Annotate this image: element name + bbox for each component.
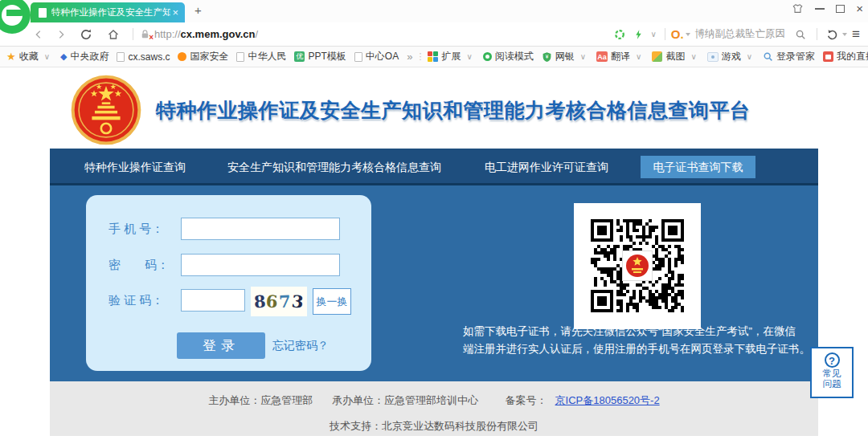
password-label: 密 码： [108,258,181,273]
question-icon: ? [825,352,840,368]
bookmark-prc[interactable]: 中华人民 [236,50,286,63]
close-window-button[interactable]: × [856,4,863,14]
insecure-lock-icon[interactable]: × [139,28,151,40]
chevron-down-icon[interactable]: ∨ [650,30,656,39]
page-icon [39,8,47,18]
page-icon [354,52,362,62]
phone-label: 手 机 号： [108,222,181,237]
translate-button[interactable]: Aa 翻译 ∨ [596,50,644,63]
ppt-icon: 优 [294,51,305,62]
my-livestream-button[interactable]: 我的直播 [823,50,868,63]
bookmark-cx-saws[interactable]: cx.saws.c [117,51,170,63]
main-panel: 特种作业操作证查询 安全生产知识和管理能力考核合格信息查询 电工进网作业许可证查… [50,149,818,381]
footer-support: 技术支持：北京竞业达数码科技股份有限公司 [50,408,818,434]
restore-tab-icon[interactable] [826,28,839,41]
footer-host: 主办单位：应急管理部 [208,394,313,406]
bookmarks-overflow-icon[interactable]: » [407,51,412,63]
extensions-icon [428,51,438,62]
restore-tab-caret-icon[interactable] [842,33,847,36]
chevron-down-icon: ∨ [580,52,586,61]
password-input[interactable] [181,254,340,276]
chevron-down-icon: ∨ [636,52,641,61]
browser-tab-strip: 特种作业操作证及安全生产知识 × + × [0,0,868,22]
search-engine-logo[interactable]: O. [671,27,684,41]
page-title: 特种作业操作证及安全生产知识和管理能力考核合格信息查询平台 [156,97,751,124]
faq-button[interactable]: ? 常见 问题 [810,347,854,398]
skin-icon[interactable] [792,3,804,14]
magnifier-icon [763,51,773,62]
site-footer: 主办单位：应急管理部 承办单位：应急管理部培训中心 备案号：京ICP备18056… [50,381,818,436]
star-icon: ★ [6,51,16,63]
bookmark-ppt-template[interactable]: 优 PPT模板 [294,50,346,63]
tab-safety-knowledge-query[interactable]: 安全生产知识和管理能力考核合格信息查询 [219,156,449,178]
games-button[interactable]: 游戏 ∨ [707,50,755,63]
reading-mode-button[interactable]: 阅读模式 [483,50,534,63]
address-bar: × http://cx.mem.gov.cn/ ∨ O. 博纳副总裁坠亡原因 ≡ [0,22,868,47]
speed-bolt-icon[interactable] [633,29,644,40]
diamond-icon: ◆ [60,51,67,62]
shield-icon: ¥ [542,51,552,63]
extensions-button[interactable]: 扩展 ∨ [428,50,474,63]
bookmark-central-gov[interactable]: ◆ 中央政府 [60,50,108,63]
menu-icon[interactable]: ≡ [852,26,860,43]
browser-tab[interactable]: 特种作业操作证及安全生产知识 × [31,2,185,22]
beian-link[interactable]: 京ICP备18056520号-2 [555,394,660,406]
chevron-down-icon: ∨ [747,52,752,61]
minimize-button[interactable] [815,8,825,10]
tab-close-icon[interactable]: × [170,6,180,18]
orange-circle-icon [178,52,186,61]
svg-text:¥: ¥ [545,54,548,59]
chevron-down-icon: ∨ [690,52,696,61]
footer-beian: 备案号：京ICP备18056520号-2 [497,394,660,406]
bookmark-center-oa[interactable]: 中心OA [354,50,399,63]
login-manager-button[interactable]: 登录管家 [763,50,815,63]
chevron-down-icon: ∨ [466,52,472,61]
browser-window: 特种作业操作证及安全生产知识 × + × × http://cx.mem.gov… [0,0,868,448]
back-icon[interactable] [33,29,44,40]
search-engine-caret-icon[interactable] [686,33,690,36]
captcha-label: 验 证 码： [108,293,181,308]
search-input[interactable]: 博纳副总裁坠亡原因 [695,27,786,41]
games-icon [707,52,719,62]
tab-electrician-permit-query[interactable]: 电工进网作业许可证查询 [477,156,616,178]
ad-filter-icon[interactable] [614,29,625,40]
phone-input[interactable] [181,218,340,240]
tab-title: 特种作业操作证及安全生产知识 [51,6,170,18]
faq-label: 常见 问题 [812,369,852,389]
search-icon[interactable] [795,29,806,40]
livestream-icon [823,51,833,62]
page-icon [236,52,244,62]
forgot-password-link[interactable]: 忘记密码？ [272,339,329,353]
maximize-button[interactable] [836,5,845,13]
captcha-input[interactable] [181,289,245,312]
site-nav: 特种作业操作证查询 安全生产知识和管理能力考核合格信息查询 电工进网作业许可证查… [50,149,818,185]
screenshot-button[interactable]: 截图 ∨ [652,50,698,63]
chevron-down-icon: ∨ [44,52,50,61]
home-icon[interactable] [107,28,120,41]
toolbar-divider-icon: ⋮ [416,51,424,62]
reading-mode-icon [483,52,492,61]
bookmarks-bar: ★ 收藏 ∨ ◆ 中央政府 cx.saws.c 国家安全 中华人民 优 PPT模… [0,47,868,67]
window-controls: × [792,3,863,14]
screenshot-icon [652,51,662,62]
translate-icon: Aa [596,51,608,62]
forward-icon[interactable] [55,29,67,40]
favorites-button[interactable]: ★ 收藏 ∨ [6,50,52,63]
login-button[interactable]: 登录 [177,332,265,359]
captcha-image[interactable]: 8673 [251,287,307,316]
qr-caption: 如需下载电子证书，请先关注微信公众号“国家安全生产考试”，在微信 端注册并进行实… [463,323,821,358]
captcha-refresh-button[interactable]: 换一换 [313,288,351,315]
tab-ecert-download[interactable]: 电子证书查询下载 [641,156,755,178]
url-field[interactable]: http://cx.mem.gov.cn/ [154,28,258,40]
login-card: 手 机 号： 密 码： 验 证 码： 8673 换一换 登录 忘记密码？ [86,195,371,371]
national-emblem [71,75,141,145]
refresh-icon[interactable] [80,28,92,41]
new-tab-button[interactable]: + [194,3,202,17]
footer-organizer: 承办单位：应急管理部培训中心 [332,394,478,406]
bookmark-national-safety[interactable]: 国家安全 [178,50,228,63]
tab-special-operation-query[interactable]: 特种作业操作证查询 [76,156,194,178]
online-banking-button[interactable]: ¥ 网银 ∨ [542,50,588,63]
qr-code [574,203,701,329]
page-icon [117,52,125,62]
